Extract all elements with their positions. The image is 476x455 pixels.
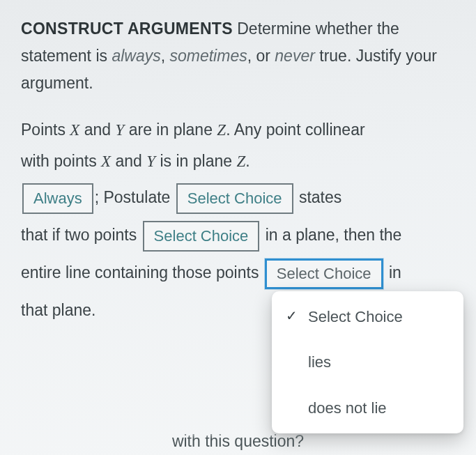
dropdown-option-placeholder[interactable]: Select Choice — [272, 294, 463, 339]
text: Points — [21, 121, 70, 139]
word-never: never — [275, 47, 315, 65]
sep: , — [161, 47, 170, 65]
word-always: always — [112, 47, 160, 65]
text: that plane. — [21, 301, 95, 319]
var-z: Z — [217, 121, 226, 139]
var-x: X — [70, 121, 79, 139]
option-label: does not lie — [308, 399, 387, 417]
select-answer-1[interactable]: Always — [22, 183, 93, 214]
word-sometimes: sometimes — [169, 47, 247, 65]
select-placeholder: Select Choice — [187, 181, 282, 217]
question-line-1: Points X and Y are in plane Z. Any point… — [21, 116, 455, 144]
text: and — [111, 152, 146, 170]
select-line-lies[interactable]: Select Choice — [265, 259, 383, 289]
sep: , or — [247, 47, 275, 65]
option-label: Select Choice — [308, 308, 403, 325]
var-y: Y — [146, 153, 155, 170]
select-placeholder: Select Choice — [154, 219, 249, 254]
text: ; Postulate — [95, 188, 175, 206]
var-z: Z — [236, 153, 245, 170]
text: states — [295, 188, 342, 206]
select-two-points[interactable]: Select Choice — [143, 221, 260, 252]
text: in — [385, 263, 401, 282]
text: entire line containing those points — [21, 263, 263, 282]
select-value: Always — [33, 181, 82, 217]
text: is in plane — [155, 152, 236, 170]
instruction-block: CONSTRUCT ARGUMENTS Determine whether th… — [21, 15, 455, 97]
dropdown-menu[interactable]: Select Choice lies does not lie — [272, 291, 463, 433]
text: that if two points — [21, 226, 141, 244]
help-question-hint: with this question? — [92, 428, 385, 455]
text: . — [245, 152, 249, 170]
dropdown-option-lies[interactable]: lies — [272, 339, 463, 385]
var-x: X — [101, 153, 111, 170]
text: are in plane — [124, 121, 217, 139]
select-postulate[interactable]: Select Choice — [176, 183, 293, 214]
text: with points — [21, 152, 101, 170]
text: in a plane, then the — [261, 226, 401, 244]
select-placeholder: Select Choice — [277, 256, 371, 292]
text: and — [79, 121, 115, 139]
question-line-2: with points X and Y is in plane Z. — [21, 148, 455, 175]
dropdown-option-does-not-lie[interactable]: does not lie — [272, 385, 463, 431]
option-label: lies — [308, 353, 331, 371]
heading-construct-arguments: CONSTRUCT ARGUMENTS — [21, 20, 233, 38]
var-y: Y — [116, 121, 125, 139]
text: . Any point collinear — [226, 121, 364, 139]
